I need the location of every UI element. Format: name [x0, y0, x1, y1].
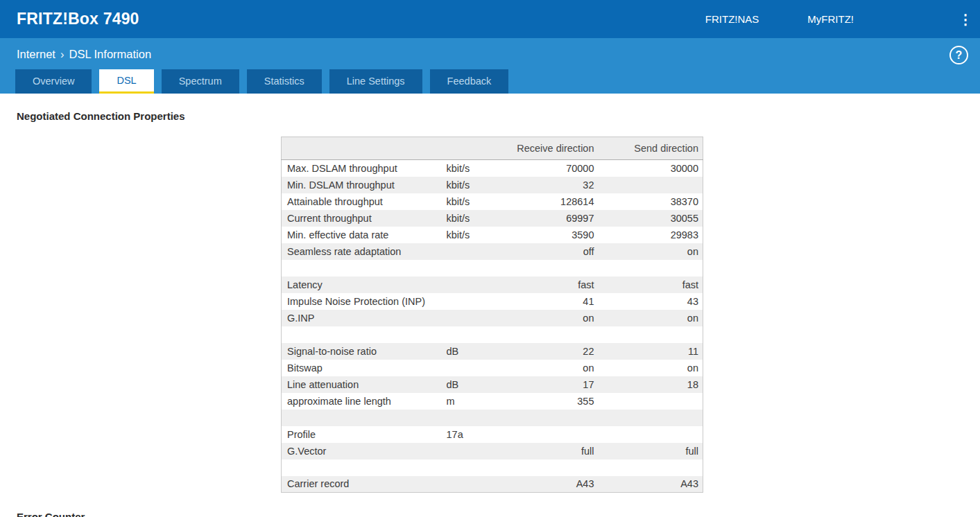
header-receive-direction: Receive direction: [512, 137, 599, 160]
cell-receive: 355: [512, 393, 599, 410]
header-property: [282, 137, 442, 160]
table-row: Min. DSLAM throughputkbit/s32: [282, 177, 703, 193]
table-row: Min. effective data ratekbit/s359029983: [282, 227, 703, 243]
tab-spectrum[interactable]: Spectrum: [162, 69, 239, 94]
cell-unit: [442, 243, 512, 260]
cell-unit: [442, 476, 512, 493]
cell-name: Min. DSLAM throughput: [282, 177, 442, 193]
tab-statistics[interactable]: Statistics: [247, 69, 322, 94]
breadcrumb-separator-icon: ›: [60, 48, 65, 60]
table-row: Line attenuationdB1718: [282, 376, 703, 393]
cell-unit: [442, 326, 512, 343]
header-unit: [442, 137, 512, 160]
table-row: Current throughputkbit/s6999730055: [282, 210, 703, 227]
cell-send: full: [599, 443, 703, 459]
help-icon[interactable]: ?: [949, 46, 968, 64]
kebab-menu-icon[interactable]: ⋮: [958, 12, 973, 27]
cell-unit: dB: [442, 343, 512, 360]
cell-name: [282, 459, 442, 476]
cell-name: approximate line length: [282, 393, 442, 410]
cell-send: [599, 260, 703, 277]
myfritz-link[interactable]: MyFRITZ!: [807, 13, 854, 25]
cell-unit: kbit/s: [442, 160, 512, 177]
cell-unit: [442, 293, 512, 310]
cell-receive: 128614: [512, 193, 599, 210]
cell-send: [599, 459, 703, 476]
table-row: Signal-to-noise ratiodB2211: [282, 343, 703, 360]
header-send-direction: Send direction: [599, 137, 703, 160]
table-row: Bitswaponon: [282, 360, 703, 376]
table-row: approximate line lengthm355: [282, 393, 703, 410]
cell-send: [599, 393, 703, 410]
cell-unit: kbit/s: [442, 193, 512, 210]
cell-receive: 22: [512, 343, 599, 360]
table-row: [282, 326, 703, 343]
main-content: Negotiated Connection Properties Receive…: [0, 94, 980, 517]
cell-name: Latency: [282, 277, 442, 293]
table-row: Max. DSLAM throughputkbit/s7000030000: [282, 160, 703, 177]
cell-name: G.INP: [282, 310, 442, 326]
cell-send: 29983: [599, 227, 703, 243]
cell-receive: off: [512, 243, 599, 260]
cell-receive: 69997: [512, 210, 599, 227]
cell-name: Profile: [282, 426, 442, 443]
tab-bar: OverviewDSLSpectrumStatisticsLine Settin…: [15, 69, 508, 94]
cell-name: Carrier record: [282, 476, 442, 493]
connection-properties-table: Receive direction Send direction Max. DS…: [281, 137, 703, 493]
table-row: Impulse Noise Protection (INP)4143: [282, 293, 703, 310]
table-row: Seamless rate adaptationoffon: [282, 243, 703, 260]
cell-name: [282, 410, 442, 426]
cell-receive: on: [512, 360, 599, 376]
cell-send: [599, 177, 703, 193]
cell-send: fast: [599, 277, 703, 293]
table-row: Latencyfastfast: [282, 277, 703, 293]
cell-receive: 3590: [512, 227, 599, 243]
cell-name: Max. DSLAM throughput: [282, 160, 442, 177]
cell-unit: [442, 360, 512, 376]
cell-unit: [442, 443, 512, 459]
cell-receive: fast: [512, 277, 599, 293]
table-row: G.Vectorfullfull: [282, 443, 703, 459]
table-row: G.INPonon: [282, 310, 703, 326]
cell-unit: [442, 310, 512, 326]
breadcrumb-section[interactable]: Internet: [17, 48, 55, 60]
table-row: Attainable throughputkbit/s12861438370: [282, 193, 703, 210]
cell-receive: [512, 459, 599, 476]
cell-send: 11: [599, 343, 703, 360]
error-counter-title: Error Counter: [17, 511, 963, 517]
cell-name: Bitswap: [282, 360, 442, 376]
cell-unit: [442, 459, 512, 476]
tab-line-settings[interactable]: Line Settings: [329, 69, 422, 94]
cell-send: on: [599, 310, 703, 326]
cell-name: Current throughput: [282, 210, 442, 227]
cell-name: Seamless rate adaptation: [282, 243, 442, 260]
tab-overview[interactable]: Overview: [15, 69, 92, 94]
cell-send: 43: [599, 293, 703, 310]
table-row: [282, 410, 703, 426]
cell-receive: full: [512, 443, 599, 459]
cell-unit: [442, 260, 512, 277]
cell-send: on: [599, 360, 703, 376]
cell-name: Line attenuation: [282, 376, 442, 393]
table-body: Max. DSLAM throughputkbit/s7000030000Min…: [282, 160, 703, 493]
cell-name: Attainable throughput: [282, 193, 442, 210]
cell-send: 38370: [599, 193, 703, 210]
cell-unit: [442, 410, 512, 426]
table-row: [282, 260, 703, 277]
cell-send: on: [599, 243, 703, 260]
fritznas-link[interactable]: FRITZ!NAS: [705, 13, 759, 25]
table-row: [282, 459, 703, 476]
section-title: Negotiated Connection Properties: [17, 110, 963, 122]
cell-name: Min. effective data rate: [282, 227, 442, 243]
cell-receive: [512, 260, 599, 277]
breadcrumb-page: DSL Information: [69, 48, 151, 60]
connection-properties-table-wrap: Receive direction Send direction Max. DS…: [281, 137, 963, 493]
table-head: Receive direction Send direction: [282, 137, 703, 160]
brand-title: FRITZ!Box 7490: [17, 10, 139, 28]
tab-dsl[interactable]: DSL: [99, 69, 153, 94]
breadcrumb: Internet›DSL Information: [0, 38, 980, 61]
cell-send: 18: [599, 376, 703, 393]
cell-name: Signal-to-noise ratio: [282, 343, 442, 360]
tab-feedback[interactable]: Feedback: [430, 69, 509, 94]
cell-unit: m: [442, 393, 512, 410]
